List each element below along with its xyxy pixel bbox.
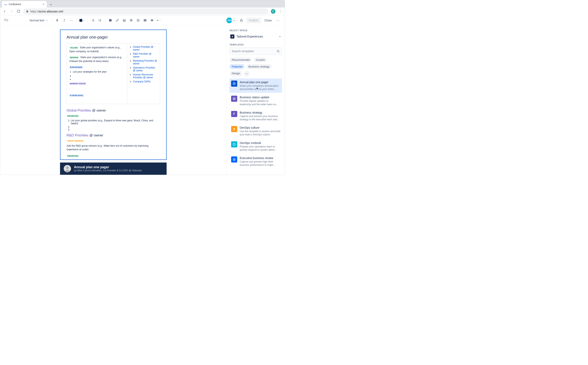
rd-mission-text[interactable]: Add the R&D group mission (e.g., Make fa… — [66, 144, 160, 151]
template-desc: Share your company's annual plans and pr… — [240, 84, 280, 91]
insert-button[interactable]: + — [156, 17, 162, 23]
banner-title: Annual plan one pager — [74, 165, 142, 169]
browser-tab[interactable]: Confluence × — [2, 1, 47, 7]
space-picker[interactable]: Tailored Experiences — [230, 33, 282, 40]
close-button[interactable]: Close — [263, 18, 273, 23]
link-button[interactable] — [114, 17, 120, 23]
layouts-button[interactable] — [149, 17, 155, 23]
pill-design[interactable]: Design — [230, 71, 242, 77]
template-item[interactable]: Annual plan one pager Share your company… — [230, 78, 282, 93]
more-format-button[interactable]: ⋯ — [68, 17, 74, 23]
toc-item[interactable]: Operations Priorities @ owner — [133, 66, 158, 72]
toc-item[interactable]: R&D Priorities @ owner — [133, 52, 158, 58]
banner-byline: by Mike Cannon-Brookes, Co-Founder & Co-… — [74, 169, 142, 172]
new-tab-button[interactable]: + — [48, 2, 54, 7]
confluence-logo[interactable] — [4, 18, 8, 23]
address-bar[interactable]: https://acme.atlassian.net/ — [23, 8, 269, 14]
editor-toolbar: Normal text ⋯ 123 + CK + Publish — [0, 15, 285, 26]
tab-title: Confluence — [9, 3, 21, 6]
template-title: Executive business review — [240, 156, 280, 160]
svg-point-14 — [124, 20, 124, 20]
chevron-down-icon — [83, 19, 85, 21]
profile-avatar[interactable]: C — [271, 9, 276, 14]
template-list: Annual plan one pager Share your company… — [230, 78, 282, 169]
global-priorities-list[interactable]: List your global priorities (e.g., Expan… — [66, 119, 160, 131]
strategies-list[interactable]: List your strategies for the year — [69, 70, 124, 80]
template-title: Annual plan one pager — [240, 81, 280, 84]
svg-point-18 — [138, 20, 139, 20]
template-item[interactable]: Business strategy Capture and present yo… — [230, 109, 282, 123]
number-list-button[interactable]: 123 — [97, 17, 103, 23]
pill-featured[interactable]: Featured — [230, 64, 245, 69]
text-style-dropdown[interactable]: Normal text — [28, 19, 50, 22]
url-text: https://acme.atlassian.net/ — [30, 10, 64, 13]
svg-rect-21 — [152, 19, 153, 21]
italic-button[interactable] — [61, 17, 67, 23]
template-icon — [231, 96, 237, 102]
svg-point-2 — [92, 21, 92, 21]
toc-item[interactable]: Company OKRs — [133, 80, 158, 83]
template-desc: Capture and present high level business … — [240, 160, 280, 167]
section-heading[interactable]: R&D Priorities @ owner — [66, 133, 160, 137]
close-tab-icon[interactable]: × — [43, 3, 44, 6]
template-icon — [231, 141, 237, 147]
author-avatar — [64, 165, 71, 172]
back-button[interactable] — [2, 9, 7, 14]
invite-button[interactable]: + — [231, 18, 237, 23]
table-button[interactable] — [142, 17, 148, 23]
template-item[interactable]: Executive business review Capture and pr… — [230, 154, 282, 169]
more-actions-button[interactable]: ⋯ — [275, 17, 281, 23]
image-button[interactable] — [121, 17, 127, 23]
priorities-tag: PRIORITIES — [66, 155, 79, 157]
bullet-list-button[interactable] — [90, 17, 96, 23]
group-mission-tag: GROUP MISSION — [66, 140, 84, 142]
svg-point-29 — [233, 128, 234, 129]
svg-point-1 — [92, 20, 92, 21]
template-desc: Use this template to assess and build yo… — [240, 130, 280, 136]
template-item[interactable]: DevOps runbook Prepare your operations t… — [230, 139, 282, 154]
chevron-down-icon — [159, 19, 161, 21]
emoji-button[interactable] — [135, 17, 141, 23]
svg-point-15 — [131, 20, 132, 21]
chevron-down-icon — [279, 35, 281, 38]
forward-button — [9, 9, 14, 14]
templates-label: TEMPLATES — [230, 43, 282, 46]
action-item-button[interactable] — [107, 17, 114, 23]
template-title: Business strategy — [240, 111, 280, 114]
pill-recommended[interactable]: Recommended — [230, 57, 252, 62]
values-tag: VALUES — [69, 47, 79, 49]
template-desc: Provide regular updates to leadership an… — [240, 99, 280, 106]
page-title[interactable]: Annual plan one-pager — [66, 35, 160, 40]
pill-custom[interactable]: Custom — [254, 57, 267, 62]
pill-business-strategy[interactable]: Business strategy — [246, 64, 272, 69]
text-color-picker[interactable] — [79, 19, 86, 22]
template-icon — [231, 156, 237, 162]
mention-button[interactable] — [128, 17, 134, 23]
toc-item[interactable]: Human Resources Priorities @ owner — [133, 73, 158, 79]
template-item[interactable]: Business status update Provide regular u… — [230, 94, 282, 108]
template-title: DevOps culture — [240, 126, 280, 129]
restrictions-button[interactable] — [238, 17, 244, 23]
template-search-input[interactable] — [232, 49, 277, 53]
reload-button[interactable] — [16, 9, 21, 14]
svg-rect-20 — [151, 19, 152, 21]
section-heading[interactable]: Global Priorities @ owner — [66, 108, 160, 112]
pill-more[interactable]: ⋯ — [244, 71, 249, 77]
bold-button[interactable] — [54, 17, 60, 23]
summary-table: VALUES State your organization's values … — [66, 43, 160, 104]
svg-point-0 — [92, 19, 92, 20]
svg-rect-5 — [93, 21, 94, 21]
toc-item[interactable]: Global Priorities @ owner — [133, 45, 158, 51]
template-title: Business status update — [240, 96, 280, 99]
editor-canvas[interactable]: Annual plan one-pager VALUES State your … — [0, 26, 226, 175]
svg-rect-22 — [240, 20, 242, 22]
search-icon — [277, 50, 280, 53]
templates-panel: SELECT SPACE Tailored Experiences TEMPLA… — [226, 26, 285, 175]
svg-rect-28 — [233, 98, 234, 99]
browser-menu-button[interactable]: ⋮ — [278, 9, 283, 13]
template-search[interactable] — [230, 48, 282, 55]
toc-item[interactable]: Marketing Priorities @ owner — [133, 59, 158, 65]
browser-chrome: Confluence × + https://acme.atlassian.ne… — [0, 0, 285, 15]
template-desc: Capture and present your business strate… — [240, 115, 280, 121]
template-item[interactable]: DevOps culture Use this template to asse… — [230, 124, 282, 138]
